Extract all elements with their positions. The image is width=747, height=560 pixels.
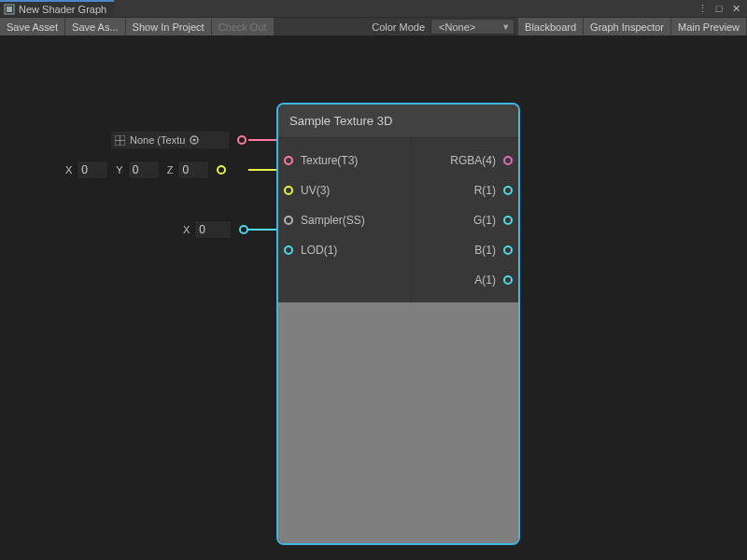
input-label-uv: UV(3) <box>301 184 330 197</box>
save-asset-button[interactable]: Save Asset <box>0 18 65 35</box>
color-mode-value: <None> <box>439 21 475 33</box>
uv-input-group: X Y Z <box>58 161 226 179</box>
port-dot-uv[interactable] <box>284 186 293 195</box>
output-label-r: R(1) <box>474 184 496 197</box>
sample-texture-3d-node[interactable]: Sample Texture 3D Texture(T3) UV(3) Samp… <box>276 103 520 545</box>
svg-rect-1 <box>7 7 12 12</box>
input-label-lod: LOD(1) <box>301 244 337 257</box>
output-port-g[interactable]: G(1) <box>473 205 518 235</box>
lod-x-label: X <box>176 224 194 235</box>
uv-inline-port[interactable] <box>217 165 226 175</box>
output-label-b: B(1) <box>474 244 496 257</box>
port-dot-texture[interactable] <box>284 156 293 165</box>
main-preview-button[interactable]: Main Preview <box>671 18 747 35</box>
output-port-rgba[interactable]: RGBA(4) <box>450 146 518 175</box>
object-picker-icon[interactable] <box>189 134 200 146</box>
node-preview <box>278 302 518 543</box>
show-in-project-button[interactable]: Show In Project <box>126 18 212 35</box>
input-port-uv[interactable]: UV(3) <box>278 175 411 205</box>
port-dot-lod[interactable] <box>284 245 293 255</box>
input-port-sampler[interactable]: Sampler(SS) <box>278 205 411 235</box>
graph-canvas[interactable]: None (Textu X Y Z X Sample Texture 3D Te… <box>0 35 747 560</box>
input-label-sampler: Sampler(SS) <box>301 214 365 227</box>
uv-y-label: Y <box>108 164 127 175</box>
title-bar: New Shader Graph ⋮ □ ✕ <box>0 0 747 17</box>
graph-inspector-button[interactable]: Graph Inspector <box>584 18 671 35</box>
color-mode-label: Color Mode <box>366 18 430 35</box>
output-label-g: G(1) <box>473 214 496 227</box>
uv-x-input[interactable] <box>77 161 108 179</box>
window-tab[interactable]: New Shader Graph <box>0 0 114 17</box>
output-port-a[interactable]: A(1) <box>474 265 518 295</box>
texture-input-group: None (Textu <box>110 131 247 149</box>
node-title[interactable]: Sample Texture 3D <box>278 105 518 138</box>
lod-input-group: X <box>176 220 248 239</box>
output-label-rgba: RGBA(4) <box>450 154 496 167</box>
node-body: Texture(T3) UV(3) Sampler(SS) LOD(1) RGB… <box>278 138 518 302</box>
chevron-down-icon: ▼ <box>501 22 510 32</box>
input-label-texture: Texture(T3) <box>301 154 358 167</box>
port-dot-g[interactable] <box>503 216 513 225</box>
maximize-icon[interactable]: □ <box>713 3 725 14</box>
close-icon[interactable]: ✕ <box>730 3 741 15</box>
color-mode-dropdown[interactable]: <None> ▼ <box>430 19 514 35</box>
input-port-lod[interactable]: LOD(1) <box>278 235 411 265</box>
shader-graph-icon <box>4 4 15 15</box>
port-dot-rgba[interactable] <box>503 156 513 165</box>
texture-value: None (Textu <box>130 134 185 146</box>
output-ports-column: RGBA(4) R(1) G(1) B(1) A(1) <box>412 138 518 302</box>
svg-point-6 <box>193 139 196 142</box>
window-title: New Shader Graph <box>19 4 106 15</box>
toolbar: Save Asset Save As... Show In Project Ch… <box>0 17 747 35</box>
kebab-icon[interactable]: ⋮ <box>697 3 708 15</box>
texture-grid-icon <box>115 135 125 146</box>
save-as-button[interactable]: Save As... <box>65 18 126 35</box>
window-controls: ⋮ □ ✕ <box>697 3 747 15</box>
texture-inline-port[interactable] <box>237 135 247 145</box>
port-dot-a[interactable] <box>503 275 513 285</box>
texture-object-field[interactable]: None (Textu <box>110 131 230 149</box>
lod-x-input[interactable] <box>194 220 232 239</box>
blackboard-button[interactable]: Blackboard <box>518 18 584 35</box>
port-dot-sampler[interactable] <box>284 216 293 225</box>
output-port-b[interactable]: B(1) <box>474 235 518 265</box>
input-ports-column: Texture(T3) UV(3) Sampler(SS) LOD(1) <box>278 138 412 302</box>
lod-inline-port[interactable] <box>239 225 248 234</box>
uv-x-label: X <box>58 164 77 175</box>
uv-z-input[interactable] <box>177 161 209 179</box>
output-label-a: A(1) <box>474 273 496 287</box>
uv-y-input[interactable] <box>128 161 160 179</box>
check-out-button: Check Out <box>212 18 275 35</box>
port-dot-r[interactable] <box>503 186 513 195</box>
port-dot-b[interactable] <box>503 245 513 255</box>
input-port-texture[interactable]: Texture(T3) <box>278 146 411 175</box>
uv-z-label: Z <box>160 164 178 175</box>
output-port-r[interactable]: R(1) <box>474 175 518 205</box>
